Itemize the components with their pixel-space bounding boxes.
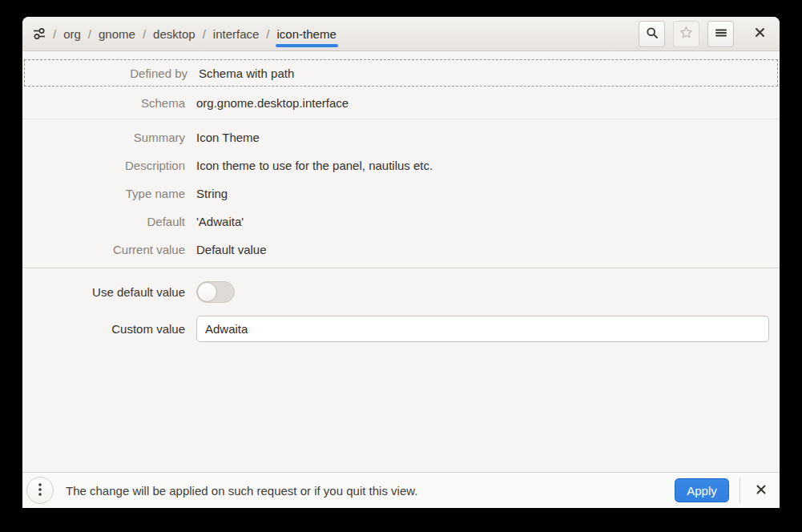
breadcrumb-current-label: icon-theme	[277, 27, 337, 41]
current-value-row: Current value Default value	[22, 236, 780, 264]
apply-button[interactable]: Apply	[675, 478, 729, 502]
empty-space	[22, 342, 780, 472]
summary-value: Icon Theme	[196, 131, 780, 144]
pending-change-message: The change will be applied on such reque…	[66, 484, 417, 498]
custom-value-label: Custom value	[22, 322, 185, 336]
description-row: Description Icon theme to use for the pa…	[22, 151, 780, 179]
more-options-button[interactable]	[26, 477, 54, 504]
key-info-group: Summary Icon Theme Description Icon them…	[22, 119, 780, 268]
custom-value-input[interactable]	[196, 316, 769, 342]
breadcrumb-item-desktop[interactable]: desktop	[153, 27, 195, 41]
defined-by-label: Defined by	[25, 66, 187, 80]
dconf-editor-window: / org / gnome / desktop / interface / ic…	[22, 17, 780, 508]
summary-row: Summary Icon Theme	[22, 123, 780, 151]
window-close-button[interactable]	[748, 21, 771, 47]
defined-by-row[interactable]: Defined by Schema with path	[24, 59, 778, 87]
type-name-label: Type name	[22, 187, 185, 200]
header-actions	[639, 21, 771, 47]
breadcrumb-item-interface[interactable]: interface	[213, 27, 260, 41]
default-label: Default	[22, 215, 185, 228]
summary-label: Summary	[22, 131, 185, 144]
breadcrumb-item-org[interactable]: org	[63, 27, 81, 41]
breadcrumb-item-icon-theme-current[interactable]: icon-theme	[277, 27, 337, 41]
breadcrumb-separator: /	[266, 27, 269, 41]
use-default-value-row: Use default value	[22, 281, 780, 303]
dismiss-bar-button[interactable]	[751, 478, 772, 504]
current-value-value: Default value	[196, 243, 780, 256]
search-button[interactable]	[639, 21, 665, 47]
description-label: Description	[22, 159, 185, 172]
divider	[740, 478, 740, 503]
default-row: Default 'Adwaita'	[22, 208, 780, 236]
breadcrumb-separator: /	[88, 27, 91, 41]
use-default-switch[interactable]	[196, 281, 235, 303]
defined-by-value: Schema with path	[199, 66, 777, 80]
kebab-dots-icon	[38, 482, 42, 499]
use-default-value-label: Use default value	[22, 285, 185, 299]
separator	[22, 268, 780, 268]
schema-value: org.gnome.desktop.interface	[196, 96, 780, 110]
current-value-label: Current value	[22, 243, 185, 256]
default-value: 'Adwaita'	[196, 215, 780, 228]
breadcrumb: / org / gnome / desktop / interface / ic…	[33, 27, 337, 41]
breadcrumb-separator: /	[203, 27, 206, 41]
type-name-row: Type name String	[22, 179, 780, 208]
bookmark-button[interactable]	[673, 21, 699, 47]
schema-label: Schema	[22, 96, 185, 110]
switch-knob	[197, 282, 217, 302]
breadcrumb-separator: /	[53, 27, 56, 41]
custom-value-row: Custom value	[22, 316, 780, 342]
star-icon	[679, 26, 693, 42]
schema-row: Schema org.gnome.desktop.interface	[22, 87, 780, 119]
header-bar: / org / gnome / desktop / interface / ic…	[22, 17, 780, 51]
active-path-underline	[276, 44, 338, 47]
close-icon	[756, 485, 766, 497]
breadcrumb-item-gnome[interactable]: gnome	[99, 27, 135, 41]
description-value: Icon theme to use for the panel, nautilu…	[196, 159, 780, 172]
sliders-icon[interactable]	[33, 27, 46, 40]
close-icon	[755, 27, 765, 40]
menu-button[interactable]	[707, 21, 734, 47]
type-name-value: String	[196, 187, 780, 200]
key-properties-panel: Defined by Schema with path Schema org.g…	[22, 51, 780, 472]
breadcrumb-separator: /	[143, 27, 146, 41]
pending-change-bar: The change will be applied on such reque…	[22, 472, 780, 508]
search-icon	[646, 26, 659, 42]
hamburger-icon	[715, 26, 727, 42]
